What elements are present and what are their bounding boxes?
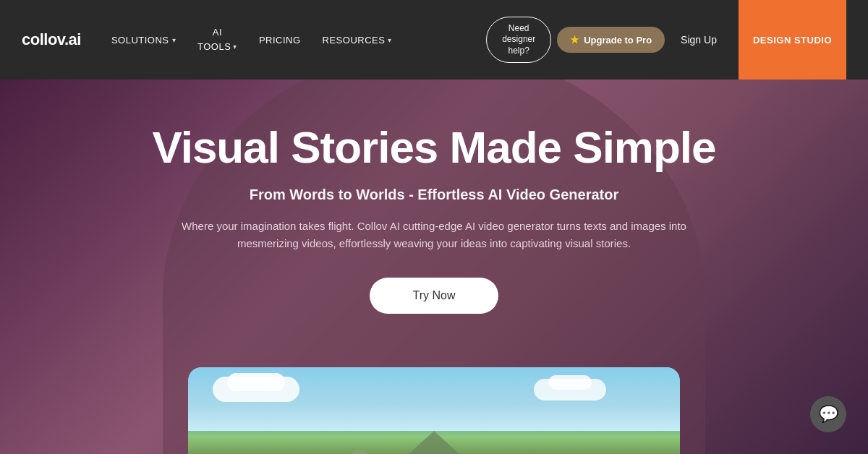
need-designer-button[interactable]: Need designer help? [486,17,551,64]
nav-links: SOLUTIONS ▾ AI TOOLS ▾ PRICING RESOURCES… [103,21,479,58]
hero-title: Visual Stories Made Simple [152,123,715,172]
chat-button[interactable]: 💬 [810,396,846,432]
video-preview-inner [188,367,680,454]
nav-right-actions: Need designer help? ★ Upgrade to Pro Sig… [486,0,846,80]
chat-icon: 💬 [819,405,838,424]
chevron-down-icon: ▾ [172,36,176,44]
hero-description: Where your imagination takes flight. Col… [174,218,694,252]
cloud-4 [548,375,592,390]
cloud-2 [227,373,285,391]
navbar: collov.ai SOLUTIONS ▾ AI TOOLS ▾ PRICING… [0,0,868,80]
mountain-left [286,440,431,454]
design-studio-button[interactable]: DESIGN STUDIO [739,0,846,80]
star-icon: ★ [570,34,579,46]
hero-section: Visual Stories Made Simple From Words to… [0,80,868,454]
logo[interactable]: collov.ai [22,30,81,49]
chevron-down-icon: ▾ [233,43,237,51]
chevron-down-icon: ▾ [388,36,392,44]
upgrade-button[interactable]: ★ Upgrade to Pro [557,27,665,53]
signup-button[interactable]: Sign Up [671,26,727,53]
try-now-button[interactable]: Try Now [370,278,499,314]
nav-resources[interactable]: RESOURCES ▾ [314,29,401,51]
video-preview [188,367,680,454]
hero-content: Visual Stories Made Simple From Words to… [152,123,715,314]
nav-ai-tools[interactable]: AI TOOLS ▾ [189,21,246,58]
nav-pricing[interactable]: PRICING [250,29,310,51]
nav-solutions[interactable]: SOLUTIONS ▾ [103,29,184,51]
design-studio-wrapper: DESIGN STUDIO [739,0,846,80]
hero-subtitle: From Words to Worlds - Effortless AI Vid… [152,187,715,203]
mountain-right [461,443,606,454]
